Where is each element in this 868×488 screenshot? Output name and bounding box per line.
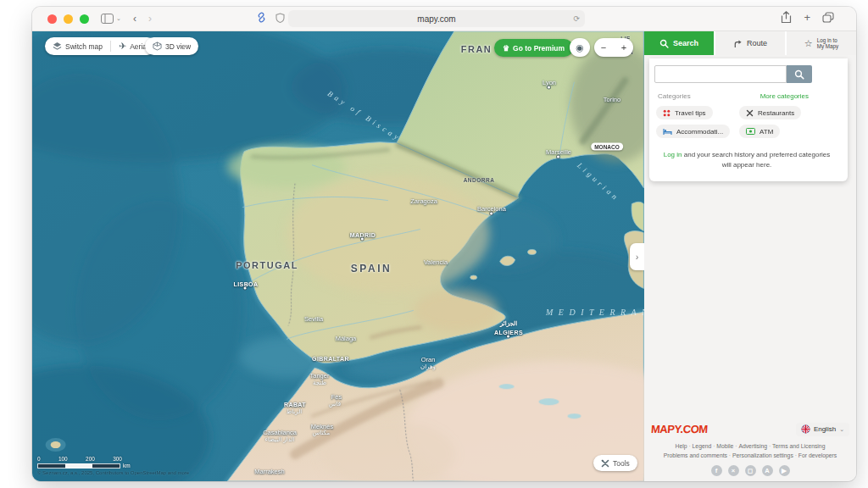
cube-icon	[153, 42, 162, 51]
login-hint-text: and your search history and preferred ca…	[684, 151, 831, 169]
tools-label: Tools	[613, 459, 630, 468]
login-label-bottom: My Mapy	[817, 43, 839, 49]
address-bar[interactable]: mapy.com ⟳	[288, 10, 585, 27]
search-input[interactable]	[654, 65, 787, 83]
footer-link[interactable]: Legend	[693, 443, 717, 449]
language-label: English	[814, 425, 836, 433]
banknote-icon	[746, 128, 755, 135]
switch-map-label: Switch map	[65, 42, 103, 51]
tab-my-mapy-login[interactable]: ☆ Log in to My Mapy	[787, 31, 856, 55]
chip-label: ATM	[760, 128, 773, 136]
map-attribution: © Seznam.cz, a.s., 2025, Contributors to…	[37, 470, 189, 475]
chevron-down-icon: ⌄	[116, 15, 121, 22]
footer-link[interactable]: For developers	[798, 452, 837, 458]
tab-search[interactable]: Search	[644, 31, 714, 55]
switch-map-button[interactable]: Switch map	[45, 37, 110, 55]
go-to-premium-button[interactable]: ♛ Go to Premium	[494, 39, 573, 57]
terrain-graphic	[32, 31, 644, 481]
premium-label: Go to Premium	[513, 44, 565, 53]
chevron-right-icon: ›	[636, 252, 639, 262]
category-atm[interactable]: ATM	[739, 125, 780, 138]
google-play-icon[interactable]: ▶	[779, 465, 790, 476]
browser-window: ⌄ ‹ › mapy.com ⟳ +	[32, 7, 856, 481]
footer-links-row1: HelpLegendMobileAdvertisingTerms and Lic…	[651, 441, 849, 452]
log-in-link[interactable]: Log in	[664, 151, 682, 158]
category-chips: Travel tips Restaurants Accommodati	[656, 106, 809, 138]
scale-tick: 200	[86, 456, 95, 462]
travel-tips-icon	[663, 109, 670, 117]
zoom-in-button[interactable]: +	[615, 42, 633, 53]
language-selector[interactable]: English ⌄	[796, 423, 849, 436]
bed-icon	[663, 128, 672, 136]
search-submit-button[interactable]	[787, 65, 812, 83]
shield-extension-icon[interactable]	[275, 13, 285, 23]
scale-bar: 0100200300 km © Seznam.cz, a.s., 2025, C…	[37, 456, 189, 475]
tools-button[interactable]: Tools	[593, 455, 637, 471]
link-extension-icon[interactable]	[256, 12, 267, 23]
scale-bar-graphic	[37, 463, 120, 469]
map-canvas[interactable]: FRANLIEANLyonTorinoMONACOMarseilleANDORR…	[32, 31, 644, 481]
footer-link[interactable]: Advertising	[738, 443, 772, 449]
footer-link[interactable]: Help	[676, 443, 693, 449]
extension-icons	[256, 12, 285, 23]
page-tools-icon[interactable]: ⟳	[573, 14, 580, 23]
sidebar: Search Route ☆ Log in to My Mapy	[644, 31, 856, 481]
crown-icon: ♛	[503, 44, 509, 53]
tab-overview-icon[interactable]	[822, 12, 834, 23]
footer-link[interactable]: Personalization settings	[732, 452, 798, 458]
locate-me-button[interactable]: ◉	[570, 38, 590, 57]
mapy-logo[interactable]: MAPY.COM	[650, 423, 708, 435]
tab-route-label: Route	[747, 39, 767, 47]
scale-tick: 0	[37, 456, 41, 462]
app-store-icon[interactable]: A	[762, 465, 773, 476]
sidebar-collapse-handle[interactable]: ›	[630, 243, 644, 270]
chip-label: Accommodati...	[676, 128, 723, 136]
categories-title: Categories	[658, 92, 691, 100]
forward-button[interactable]: ›	[148, 13, 152, 25]
star-icon: ☆	[804, 38, 813, 49]
browser-toolbar: ⌄ ‹ › mapy.com ⟳ +	[32, 7, 856, 31]
restaurants-icon	[746, 109, 754, 117]
social-icons: f × ◻ A ▶	[651, 465, 849, 476]
footer-link[interactable]: Mobile	[716, 443, 738, 449]
scale-unit: km	[123, 463, 131, 469]
search-icon	[794, 69, 804, 80]
basemap-control: Switch map ✈ Aerial	[45, 37, 156, 55]
minimize-window-button[interactable]	[64, 14, 73, 24]
view-3d-button[interactable]: 3D view	[145, 37, 198, 55]
chevron-down-icon: ⌄	[839, 426, 844, 433]
plane-icon: ✈	[119, 41, 126, 52]
more-categories-link[interactable]: More categories	[760, 92, 809, 100]
new-tab-icon[interactable]: +	[804, 11, 810, 24]
category-accommodation[interactable]: Accommodati...	[656, 125, 730, 138]
back-button[interactable]: ‹	[133, 13, 136, 25]
search-panel: Categories More categories Travel tips	[649, 58, 848, 181]
search-icon	[659, 39, 669, 48]
footer-link[interactable]: Terms and Licensing	[772, 443, 825, 449]
x-twitter-icon[interactable]: ×	[728, 465, 739, 476]
zoom-out-button[interactable]: −	[594, 42, 613, 53]
facebook-icon[interactable]: f	[711, 465, 722, 476]
category-travel-tips[interactable]: Travel tips	[656, 106, 713, 119]
login-label-top: Log in to	[817, 37, 839, 43]
route-icon	[733, 39, 743, 48]
toolbar-right-actions: +	[781, 11, 834, 24]
sidebar-toggle-icon[interactable]: ⌄	[101, 14, 121, 24]
sidebar-tabs: Search Route ☆ Log in to My Mapy	[644, 31, 856, 55]
chip-label: Restaurants	[758, 109, 794, 117]
zoom-control: − +	[594, 38, 633, 57]
tab-search-label: Search	[673, 39, 698, 47]
close-window-button[interactable]	[47, 14, 57, 24]
tab-route[interactable]: Route	[715, 31, 785, 55]
scale-tick: 300	[113, 456, 122, 462]
page-content: FRANLIEANLyonTorinoMONACOMarseilleANDORR…	[32, 31, 856, 481]
category-restaurants[interactable]: Restaurants	[739, 106, 801, 119]
target-icon: ◉	[576, 42, 584, 53]
footer-link[interactable]: Problems and comments	[664, 452, 732, 458]
maximize-window-button[interactable]	[80, 14, 89, 24]
instagram-icon[interactable]: ◻	[745, 465, 756, 476]
url-text: mapy.com	[417, 14, 455, 24]
scale-ticks: 0100200300	[37, 456, 122, 462]
window-controls	[47, 14, 89, 24]
share-icon[interactable]	[781, 11, 792, 24]
